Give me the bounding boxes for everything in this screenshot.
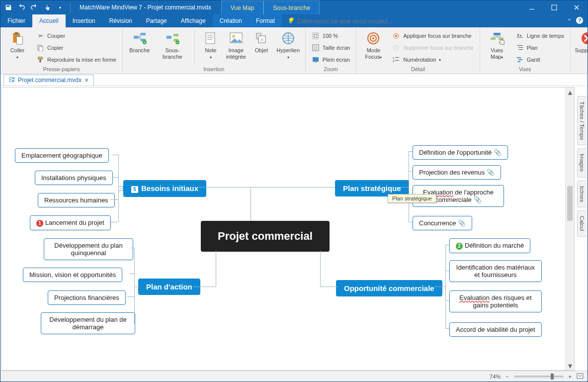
scroll-thumb[interactable] [567,186,573,221]
image-button[interactable]: Image intégrée [225,29,248,60]
svg-rect-48 [517,45,523,46]
tab-format[interactable]: Format [249,14,282,27]
tab-fichier[interactable]: Fichier [0,14,32,27]
side-tab-calcul[interactable]: Calcul [577,210,587,237]
zoom-knob[interactable] [551,374,554,380]
node-lancement[interactable]: 1Lancement du projet [30,215,111,230]
plein-ecran-button[interactable]: Plein écran [310,54,352,65]
zoom-slider[interactable] [514,376,564,378]
mode-focus-button[interactable]: Mode Focus▾ [360,29,386,61]
plan-button[interactable]: Plan [514,42,566,53]
svg-rect-41 [395,60,399,61]
document-tabs: Projet commercial.mvdx × [0,74,588,86]
svg-rect-52 [518,59,522,60]
redo-icon[interactable] [30,3,38,11]
appliquer-focus-button[interactable]: Appliquer focus sur branche [390,30,475,41]
touch-mode-icon[interactable] [43,3,51,11]
svg-point-34 [372,37,374,39]
couper-button[interactable]: ✂Couper [34,30,118,41]
node-dev-demarrage[interactable]: Développement du plan de démarrage [41,312,135,334]
reproduire-button[interactable]: Reproduire la mise en forme [34,54,118,65]
tell-me-search[interactable]: 💡 [287,14,397,27]
gantt-button[interactable]: Gantt [514,54,566,65]
scroll-up-icon[interactable]: ▴ [566,88,574,96]
node-projection-rev[interactable]: Projection des revenus📎 [413,165,501,180]
side-tab-taches[interactable]: Tâches / Temps [577,96,587,145]
numerotation-button[interactable]: 12Numérotation ▾ [390,54,475,65]
svg-rect-58 [12,80,14,81]
node-mission-vision[interactable]: Mission, vision et opportunités [23,268,122,282]
tab-affichage[interactable]: Affichage [174,14,213,27]
node-installations[interactable]: Installations physiques [35,171,113,185]
node-projections-fin[interactable]: Projections financières [48,290,126,305]
vues-map-button[interactable]: Vues Map▾ [484,29,510,61]
object-icon [253,30,269,46]
tab-partage[interactable]: Partage [139,14,174,27]
zoom-fit-icon[interactable] [577,373,584,380]
minimize-button[interactable] [520,0,543,14]
note-button[interactable]: Note▾ [201,29,221,61]
close-button[interactable] [565,0,588,14]
scroll-track[interactable] [566,96,574,361]
collapse-handle[interactable]: – [118,186,123,191]
node-emplacement-geo[interactable]: Emplacement géographique [15,148,109,163]
zoom-100-button[interactable]: 100 % [310,30,352,41]
supprimer-button[interactable]: Supprimer [575,29,588,54]
window-controls [520,0,588,14]
group-edition: Supprimer Sélectionner▾ Edition [571,27,588,74]
document-tab[interactable]: Projet commercial.mvdx × [3,75,94,86]
ligne-temps-button[interactable]: Ligne de temps [514,30,566,41]
zoom-out-icon[interactable]: − [505,374,508,380]
node-center[interactable]: Projet commercial [201,221,330,252]
node-definition-opp[interactable]: Définition de l'opportunité📎 [413,145,508,160]
svg-rect-30 [313,57,319,62]
svg-rect-44 [499,38,504,40]
close-tab-icon[interactable]: × [84,76,88,84]
mindmap-canvas[interactable]: Projet commercial 5Besoins initiaux – Em… [2,88,565,370]
side-tab-icones[interactable]: Icônes [577,181,587,207]
hyperlink-icon [280,30,296,46]
sous-branche-button[interactable]: +Sous-branche [157,29,188,60]
node-besoins-initiaux[interactable]: 5Besoins initiaux [123,180,206,197]
node-dev-quinquennal[interactable]: Développement du plan quinquennal [44,238,133,260]
svg-rect-39 [395,57,399,58]
node-def-marche[interactable]: 2Définition du marché [449,238,530,253]
node-plan-action[interactable]: Plan d'action [138,279,200,295]
group-insertion: +Branche +Sous-branche Note▾ Image intég… [123,27,306,74]
save-icon[interactable] [4,3,12,11]
objet-button[interactable]: Objet [252,29,271,54]
branche-button[interactable]: +Branche [127,29,153,54]
side-tab-images[interactable]: Images [577,148,587,177]
scroll-down-icon[interactable]: ▾ [566,361,574,370]
format-painter-icon [36,56,44,64]
node-concurrence[interactable]: Concurrence📎 [413,216,472,230]
maximize-button[interactable] [543,0,565,14]
context-tab-sous-branche[interactable]: Sous-branche [263,0,320,14]
node-eval-risques[interactable]: Evaluation des risques et gains potentie… [449,290,542,312]
zoom-in-icon[interactable]: + [569,374,572,380]
undo-icon[interactable] [17,3,25,11]
hyperlien-button[interactable]: Hyperlien▾ [275,29,301,61]
timeline-icon [516,32,524,40]
node-accord-viabilite[interactable]: Accord de viabilité du projet [449,322,542,337]
collapse-ribbon-icon[interactable]: ⌃ [567,18,572,24]
tab-accueil[interactable]: Accueil [32,14,66,27]
qat-dropdown-icon[interactable]: ▾ [56,3,64,11]
tab-creation[interactable]: Création [213,14,249,27]
badge: 5 [131,186,138,193]
help-icon[interactable]: ? [576,16,584,26]
vertical-scrollbar[interactable]: ▴ ▾ [565,88,574,370]
copier-button[interactable]: Copier [34,42,118,53]
lightbulb-icon: 💡 [287,17,294,24]
context-tab-vue-map[interactable]: Vue Map [221,0,264,14]
fullscreen-icon [312,56,320,64]
group-label: Zoom [310,65,352,74]
taille-ecran-button[interactable]: Taille écran [310,42,352,53]
node-identification-mat[interactable]: Identification des matériaux et fourniss… [449,260,542,282]
tell-me-input[interactable] [297,17,397,25]
tab-revision[interactable]: Révision [102,14,139,27]
node-opportunite[interactable]: Opportunité commerciale [336,280,442,296]
node-rh[interactable]: Ressources humaines [38,193,115,207]
tab-insertion[interactable]: Insertion [66,14,102,27]
coller-button[interactable]: Coller▾ [4,29,30,61]
